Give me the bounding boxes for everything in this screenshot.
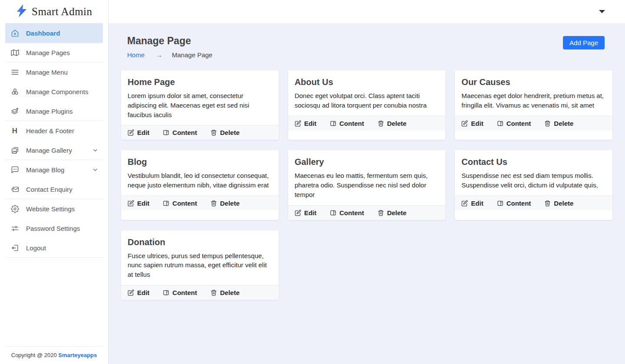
card-body: Our Causes Maecenas eget dolor hendrerit… — [455, 70, 612, 116]
delete-button[interactable]: Delete — [378, 209, 407, 216]
content-label: Content — [172, 129, 197, 136]
edit-button[interactable]: Edit — [295, 120, 316, 127]
page-card: Contact Us Suspendisse nec est sed diam … — [455, 150, 612, 220]
content-label: Content — [339, 209, 364, 216]
gear-icon — [10, 205, 19, 213]
card-body: About Us Donec eget volutpat orci. Class… — [288, 70, 446, 116]
sidebar-item-website-settings[interactable]: Website Settings — [5, 199, 103, 219]
content-button[interactable]: Content — [163, 129, 197, 136]
page-title: Manage Page — [127, 35, 212, 47]
delete-label: Delete — [387, 209, 407, 216]
delete-button[interactable]: Delete — [544, 200, 573, 207]
sidebar-item-manage-pages[interactable]: Manage Pages — [5, 43, 103, 62]
card-body: Home Page Lorem ipsum dolor sit amet, co… — [121, 70, 279, 125]
sidebar-item-manage-components[interactable]: Manage Components — [5, 82, 103, 102]
card-title: About Us — [295, 77, 439, 87]
sidebar-item-manage-plugins[interactable]: Manage Plugins — [5, 102, 103, 121]
edit-button[interactable]: Edit — [128, 200, 149, 207]
content-button[interactable]: Content — [497, 120, 531, 127]
copyright-link[interactable]: Smarteyeapps — [58, 352, 97, 358]
page-card: Gallery Maecenas eu leo mattis, fermentu… — [288, 150, 446, 220]
card-footer: Edit Content Delete — [121, 285, 279, 300]
layers-plus-icon — [10, 107, 19, 115]
card-footer: Edit Content Delete — [288, 116, 446, 131]
card-title: Contact Us — [461, 157, 606, 167]
content-button[interactable]: Content — [497, 200, 531, 207]
content-label: Content — [507, 200, 531, 207]
breadcrumb-home-link[interactable]: Home — [127, 51, 145, 59]
sidebar-item-manage-gallery[interactable]: Manage Gallery — [5, 141, 103, 160]
delete-button[interactable]: Delete — [544, 120, 573, 127]
map-icon — [10, 48, 19, 57]
main-area: Manage Page Home → Manage Page Add Page … — [109, 0, 625, 364]
delete-button[interactable]: Delete — [211, 200, 240, 207]
brand: Smart Admin — [0, 0, 108, 23]
edit-button[interactable]: Edit — [128, 129, 149, 136]
sidebar-item-header-footer[interactable]: H Header & Footer — [5, 121, 103, 141]
add-page-button[interactable]: Add Page — [563, 36, 605, 49]
content-layout-icon — [330, 210, 336, 216]
gallery-icon — [10, 146, 19, 154]
content-button[interactable]: Content — [330, 209, 364, 216]
card-body: Donation Fusce ultrices, purus sed tempu… — [121, 230, 279, 285]
content-button[interactable]: Content — [330, 120, 364, 127]
page-header-left: Manage Page Home → Manage Page — [127, 35, 212, 59]
card-footer: Edit Content Delete — [288, 205, 446, 220]
content-button[interactable]: Content — [163, 289, 197, 296]
edit-label: Edit — [471, 200, 483, 207]
content-layout-icon — [163, 129, 169, 136]
breadcrumb: Home → Manage Page — [127, 51, 212, 59]
sidebar-item-label: Manage Blog — [26, 166, 64, 174]
edit-icon — [128, 289, 134, 296]
sidebar-item-contact-enquiry[interactable]: Contact Enquiry — [5, 180, 103, 199]
edit-icon — [128, 129, 134, 136]
trash-icon — [544, 200, 551, 207]
content-button[interactable]: Content — [163, 200, 197, 207]
page-header: Manage Page Home → Manage Page Add Page — [121, 35, 612, 59]
letter-h-icon: H — [10, 127, 19, 135]
delete-button[interactable]: Delete — [211, 289, 240, 296]
card-description: Suspendisse nec est sed diam tempus moll… — [461, 171, 606, 190]
logout-icon — [10, 243, 19, 252]
sidebar-item-logout[interactable]: Logout — [5, 238, 103, 258]
content-label: Content — [172, 289, 197, 296]
sidebar-item-password-settings[interactable]: Password Settings — [5, 219, 103, 238]
sidebar-item-dashboard[interactable]: Dashboard — [5, 23, 103, 43]
card-description: Fusce ultrices, purus sed tempus pellent… — [128, 251, 272, 279]
delete-button[interactable]: Delete — [211, 129, 240, 136]
edit-label: Edit — [137, 129, 149, 136]
edit-button[interactable]: Edit — [461, 200, 483, 207]
edit-button[interactable]: Edit — [128, 289, 149, 296]
app-root: Smart Admin Dashboard Manage Pages Manag — [0, 0, 625, 364]
edit-button[interactable]: Edit — [295, 209, 316, 216]
card-footer: Edit Content Delete — [455, 196, 612, 210]
sidebar-item-manage-blog[interactable]: Manage Blog — [5, 160, 103, 180]
page-content: Manage Page Home → Manage Page Add Page … — [109, 24, 625, 364]
content-layout-icon — [163, 200, 169, 207]
breadcrumb-arrow-icon: → — [156, 51, 162, 59]
sidebar-item-label: Manage Gallery — [26, 147, 72, 154]
edit-icon — [128, 200, 134, 207]
components-circles-icon — [10, 88, 19, 96]
page-card: About Us Donec eget volutpat orci. Class… — [288, 70, 446, 140]
delete-button[interactable]: Delete — [378, 120, 407, 127]
trash-icon — [211, 129, 217, 136]
edit-icon — [295, 210, 301, 216]
sidebar-item-label: Header & Footer — [26, 127, 74, 134]
edit-button[interactable]: Edit — [461, 120, 483, 127]
trash-icon — [378, 120, 384, 127]
sidebar-item-manage-menu[interactable]: Manage Menu — [5, 62, 103, 82]
content-label: Content — [507, 120, 531, 127]
sidebar-item-label: Contact Enquiry — [26, 186, 72, 193]
page-card: Our Causes Maecenas eget dolor hendrerit… — [455, 70, 612, 140]
user-menu-caret-icon[interactable] — [596, 7, 608, 16]
delete-label: Delete — [554, 120, 573, 127]
delete-label: Delete — [554, 200, 573, 207]
sidebar-item-label: Password Settings — [26, 225, 80, 232]
card-title: Home Page — [128, 77, 272, 87]
sidebar-item-label: Manage Plugins — [26, 108, 73, 115]
card-title: Gallery — [295, 157, 439, 167]
trash-icon — [544, 120, 551, 127]
content-layout-icon — [497, 200, 503, 207]
menu-lines-icon — [10, 68, 19, 77]
